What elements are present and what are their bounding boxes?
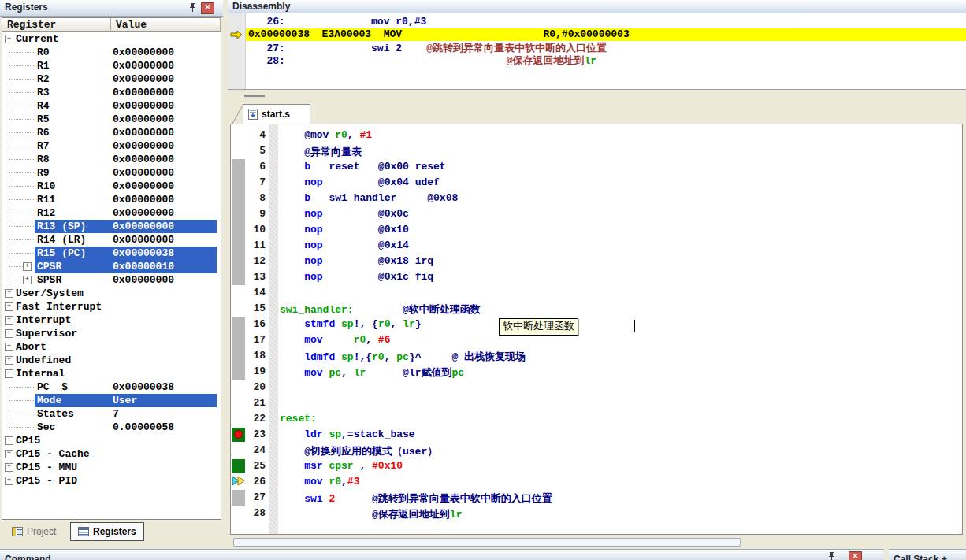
column-header-value[interactable]: Value (111, 18, 221, 32)
register-row-r7[interactable]: R70x00000000 (2, 139, 221, 153)
code-marker[interactable] (232, 269, 245, 285)
pin-icon[interactable] (188, 2, 198, 13)
register-row-cp15-mmu[interactable]: +CP15 - MMU (2, 461, 221, 474)
code-line-26[interactable]: 26 mov r0,#3 (231, 474, 962, 490)
splitter-handle[interactable] (244, 95, 265, 97)
register-row-internal[interactable]: −Internal (2, 367, 221, 380)
register-row-r13-sp-[interactable]: R13 (SP)0x00000000 (2, 220, 221, 233)
code-line-8[interactable]: 8 b swi_handler @0x08 (231, 191, 962, 206)
register-row-cp15-cache[interactable]: +CP15 - Cache (2, 447, 221, 461)
code-line-22[interactable]: 22reset: (231, 411, 962, 427)
code-line-15[interactable]: 15swi_handler: @软中断处理函数 (231, 301, 962, 317)
disassembly-line[interactable]: 0x00000038 E3A00003 MOV R0,#0x00000003 (228, 28, 966, 41)
code-line-10[interactable]: 10 nop @0x10 (231, 222, 962, 238)
collapse-icon[interactable]: − (5, 35, 13, 43)
code-line-23[interactable]: 23 ldr sp,=stack_base (231, 427, 962, 443)
disassembly-line[interactable]: 26: mov r0,#3 (228, 16, 966, 28)
register-row-r9[interactable]: R90x00000000 (2, 166, 221, 180)
code-marker[interactable] (232, 222, 245, 238)
register-row-r15-pc-[interactable]: R15 (PC)0x00000038 (2, 247, 221, 260)
register-row-r5[interactable]: R50x00000000 (2, 113, 221, 126)
code-line-4[interactable]: 4 @mov r0, #1 (231, 128, 962, 143)
code-line-20[interactable]: 20 (231, 380, 962, 395)
code-marker[interactable] (232, 191, 245, 206)
expand-icon[interactable]: + (5, 343, 13, 351)
code-line-6[interactable]: 6 b reset @0x00 reset (231, 159, 962, 175)
code-marker[interactable] (232, 159, 245, 175)
code-line-19[interactable]: 19 mov pc, lr @lr赋值到pc (231, 364, 962, 380)
register-row-abort[interactable]: +Abort (2, 340, 221, 354)
tab-project[interactable]: Project (4, 522, 64, 541)
code-line-14[interactable]: 14 (231, 285, 962, 301)
breakpoint-icon[interactable] (232, 428, 245, 442)
pin-icon[interactable] (827, 551, 837, 560)
close-icon[interactable]: ✕ (201, 2, 214, 14)
register-row-r10[interactable]: R100x00000000 (2, 180, 221, 193)
code-marker[interactable] (232, 206, 245, 222)
register-row-states[interactable]: States7 (2, 407, 221, 421)
register-row-r12[interactable]: R120x00000000 (2, 206, 221, 220)
column-header-register[interactable]: Register (2, 18, 111, 32)
expand-icon[interactable]: + (23, 276, 32, 284)
expand-icon[interactable]: + (5, 477, 13, 485)
expand-icon[interactable]: + (5, 302, 13, 311)
code-line-13[interactable]: 13 nop @0x1c fiq (231, 269, 962, 285)
code-marker[interactable] (232, 317, 245, 332)
register-row-user-system[interactable]: +User/System (2, 287, 221, 300)
register-row-current[interactable]: −Current (2, 32, 221, 46)
code-line-18[interactable]: 18 ldmfd sp!,{r0, pc}^ @ 出栈恢复现场 (231, 348, 962, 364)
code-line-11[interactable]: 11 nop @0x14 (231, 238, 962, 254)
code-marker[interactable] (232, 348, 245, 364)
code-line-21[interactable]: 21 (231, 395, 962, 411)
expand-icon[interactable]: + (5, 329, 13, 338)
register-row-fast-interrupt[interactable]: +Fast Interrupt (2, 300, 221, 313)
code-line-12[interactable]: 12 nop @0x18 irq (231, 254, 962, 269)
register-row-r2[interactable]: R20x00000000 (2, 72, 221, 86)
register-row-cp15-pid[interactable]: +CP15 - PID (2, 474, 221, 488)
code-marker[interactable] (232, 364, 245, 380)
register-row-undefined[interactable]: +Undefined (2, 354, 221, 367)
collapse-icon[interactable]: − (5, 369, 13, 378)
code-marker[interactable] (232, 175, 245, 191)
expand-icon[interactable]: + (23, 262, 32, 271)
expand-icon[interactable]: + (5, 436, 13, 445)
code-area[interactable]: 4 @mov r0, #15 @异常向量表6 b reset @0x00 res… (230, 124, 963, 535)
close-icon[interactable]: ✕ (849, 551, 862, 560)
register-row-cp15[interactable]: +CP15 (2, 434, 221, 447)
disassembly-view[interactable]: 26: mov r0,#30x00000038 E3A00003 MOV R0,… (228, 13, 966, 90)
code-line-27[interactable]: 27 swi 2 @跳转到异常向量表中软中断的入口位置 (231, 490, 962, 506)
register-row-r11[interactable]: R110x00000000 (2, 193, 221, 206)
code-line-16[interactable]: 16 stmfd sp!, {r0, lr} (231, 317, 962, 332)
code-line-5[interactable]: 5 @异常向量表 (231, 143, 962, 159)
register-row-r6[interactable]: R60x00000000 (2, 126, 221, 139)
expand-icon[interactable]: + (5, 316, 13, 325)
expand-icon[interactable]: + (5, 289, 13, 298)
register-row-r0[interactable]: R00x00000000 (2, 46, 221, 59)
register-row-r4[interactable]: R40x00000000 (2, 99, 221, 113)
code-line-28[interactable]: 28 @保存返回地址到lr (231, 506, 962, 521)
code-marker[interactable] (232, 254, 245, 269)
register-row-interrupt[interactable]: +Interrupt (2, 313, 221, 327)
register-row-sec[interactable]: Sec0.00000058 (2, 421, 221, 434)
statement-marker[interactable] (232, 459, 245, 473)
register-row-mode[interactable]: ModeUser (2, 394, 221, 407)
code-line-9[interactable]: 9 nop @0x0c (231, 206, 962, 222)
register-row-pc-[interactable]: PC $0x00000038 (2, 380, 221, 394)
code-line-17[interactable]: 17 mov r0, #6 (231, 332, 962, 348)
code-marker[interactable] (232, 490, 245, 506)
code-line-24[interactable]: 24 @切换到应用的模式（user） (231, 443, 962, 458)
register-row-spsr[interactable]: +SPSR0x00000000 (2, 273, 221, 287)
tab-registers[interactable]: Registers (70, 522, 144, 541)
disassembly-line[interactable]: 27: swi 2 @跳转到异常向量表中软中断的入口位置 (228, 41, 966, 54)
register-row-r8[interactable]: R80x00000000 (2, 153, 221, 166)
expand-icon[interactable]: + (5, 463, 13, 472)
code-line-25[interactable]: 25 msr cpsr , #0x10 (231, 458, 962, 474)
tab-start-s[interactable]: start.s (243, 104, 310, 124)
register-row-r1[interactable]: R10x00000000 (2, 59, 221, 72)
code-line-7[interactable]: 7 nop @0x04 udef (231, 175, 962, 191)
horizontal-scrollbar[interactable] (233, 538, 741, 547)
expand-icon[interactable]: + (5, 356, 13, 365)
disassembly-line[interactable]: 28: @保存返回地址到lr (228, 54, 966, 66)
register-row-cpsr[interactable]: +CPSR0x00000010 (2, 260, 221, 273)
register-row-supervisor[interactable]: +Supervisor (2, 327, 221, 340)
